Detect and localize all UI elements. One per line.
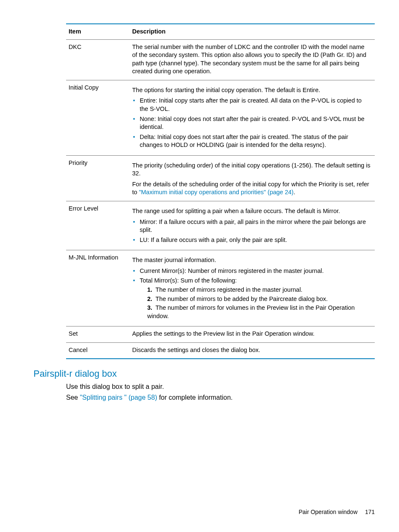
footer-section: Pair Operation window [299, 509, 358, 515]
num-label: 2. [147, 295, 154, 303]
num-item: 2. The number of mirrors to be added by … [147, 295, 371, 303]
header-description: Description [130, 24, 375, 39]
bullet-item: Entire: Initial copy starts after the pa… [138, 97, 371, 113]
bullet-item: Total Mirror(s): Sum of the following: 1… [138, 277, 371, 320]
cell-item: Initial Copy [66, 80, 130, 155]
row-set: Set Applies the settings to the Preview … [66, 326, 375, 343]
text: The number of mirrors for volumes in the… [147, 304, 355, 319]
num-item: 3. The number of mirrors for volumes in … [147, 304, 371, 320]
bullet-item: Current Mirror(s): Number of mirrors reg… [138, 267, 371, 275]
priority-line2: For the details of the scheduling order … [132, 180, 371, 197]
cell-item: Error Level [66, 201, 130, 250]
items-table: Item Description DKC The serial number w… [66, 23, 375, 359]
row-initial-copy: Initial Copy The options for starting th… [66, 80, 375, 155]
page-footer: Pair Operation window 171 [299, 509, 375, 515]
bullet-item: Mirror: If a failure occurs with a pair,… [138, 218, 371, 234]
intro-line1: Use this dialog box to split a pair. [66, 382, 375, 391]
table-header-row: Item Description [66, 24, 375, 39]
cell-item: M-JNL Information [66, 250, 130, 326]
header-item: Item [66, 24, 130, 39]
bullet-list: Mirror: If a failure occurs with a pair,… [132, 218, 371, 244]
bullet-list: Entire: Initial copy starts after the pa… [132, 97, 371, 149]
link-max-initial-copy[interactable]: "Maximum initial copy operations and pri… [139, 189, 294, 195]
link-splitting-pairs[interactable]: "Splitting pairs " (page 58) [80, 394, 157, 401]
cell-desc: The priority (scheduling order) of the i… [130, 155, 375, 201]
intro-text: The range used for splitting a pair when… [132, 207, 371, 216]
row-error-level: Error Level The range used for splitting… [66, 201, 375, 250]
cell-desc: Applies the settings to the Preview list… [130, 326, 375, 343]
num-item: 1. The number of mirrors registered in t… [147, 286, 371, 294]
cell-item: Cancel [66, 342, 130, 359]
cell-item: Set [66, 326, 130, 343]
intro-line2: See "Splitting pairs " (page 58) for com… [66, 393, 375, 402]
footer-page-number: 171 [365, 509, 375, 515]
text: The number of mirrors to be added by the… [156, 296, 328, 302]
cell-desc: Discards the settings and closes the dia… [130, 342, 375, 359]
bullet-list: Current Mirror(s): Number of mirrors reg… [132, 267, 371, 320]
section-intro: Use this dialog box to split a pair. See… [66, 382, 375, 402]
row-dkc: DKC The serial number with the number of… [66, 39, 375, 80]
text: See [66, 394, 80, 401]
text: Total Mirror(s): Sum of the following: [140, 277, 237, 284]
bullet-item: Delta: Initial copy does not start after… [138, 133, 371, 149]
row-priority: Priority The priority (scheduling order)… [66, 155, 375, 201]
intro-text: The master journal information. [132, 256, 371, 265]
priority-line1: The priority (scheduling order) of the i… [132, 162, 371, 178]
cell-desc: The master journal information. Current … [130, 250, 375, 326]
intro-text: The options for starting the initial cop… [132, 86, 371, 95]
cell-desc: The range used for splitting a pair when… [130, 201, 375, 250]
row-mjnl-information: M-JNL Information The master journal inf… [66, 250, 375, 326]
num-label: 1. [147, 286, 154, 294]
numbered-list: 1. The number of mirrors registered in t… [140, 286, 371, 320]
cell-desc: The options for starting the initial cop… [130, 80, 375, 155]
section-heading-pairsplit-r: Pairsplit-r dialog box [33, 368, 375, 379]
cell-item: DKC [66, 39, 130, 80]
bullet-item: None: Initial copy does not start after … [138, 115, 371, 131]
text: The number of mirrors registered in the … [156, 286, 302, 293]
text: for complete information. [157, 394, 233, 401]
text: . [294, 189, 295, 195]
cell-desc: The serial number with the number of LDK… [130, 39, 375, 80]
num-label: 3. [147, 304, 154, 312]
row-cancel: Cancel Discards the settings and closes … [66, 342, 375, 359]
bullet-item: LU: If a failure occurs with a pair, onl… [138, 236, 371, 244]
cell-item: Priority [66, 155, 130, 201]
